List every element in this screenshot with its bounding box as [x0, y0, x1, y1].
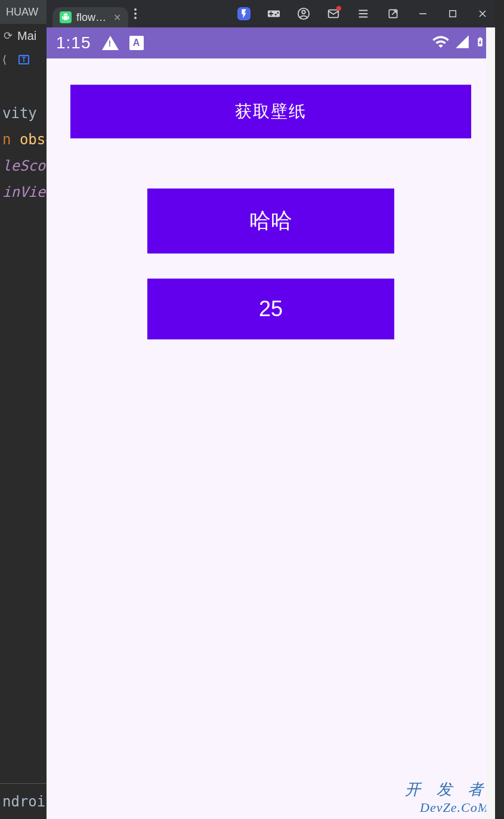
ime-indicator-icon: A: [129, 36, 144, 50]
emulator-tab[interactable]: flow… ✕: [52, 7, 128, 27]
wifi-icon: [432, 33, 450, 53]
watermark: 开 发 者 DevZe.CoM: [405, 779, 489, 815]
account-icon[interactable]: [297, 7, 310, 20]
code-line-3: leSco: [2, 157, 45, 174]
svg-point-1: [302, 11, 305, 14]
launch-external-icon[interactable]: [386, 7, 400, 20]
text-display-2: 25: [147, 279, 394, 339]
signal-icon: [454, 34, 470, 52]
text-tool-icon[interactable]: T: [18, 55, 29, 64]
text-display-1: 哈哈: [147, 188, 394, 254]
mail-icon[interactable]: [327, 7, 340, 20]
titlebar-actions: [237, 7, 489, 20]
code-line-1: vity: [2, 105, 37, 122]
warning-icon: [102, 36, 119, 50]
tab-close-icon[interactable]: ✕: [113, 12, 121, 23]
ide-left-panel: HUAW ⟳ Mai ⟨ T vity n obse leSco inView …: [0, 0, 47, 819]
svg-rect-4: [450, 11, 456, 17]
minimize-icon[interactable]: [416, 7, 429, 20]
emulator-tab-title: flow…: [76, 11, 106, 24]
ide-device-tab[interactable]: HUAW: [0, 0, 47, 24]
ide-device-tab-label: HUAW: [6, 6, 38, 18]
bolt-icon[interactable]: [237, 7, 251, 20]
ide-code-snippet: vity n obse leSco inView: [0, 72, 47, 234]
kebab-menu-icon[interactable]: [134, 8, 137, 19]
right-nav-strip: 按 加 减 全 酯 多 安 设 更: [486, 27, 495, 819]
status-time: 1:15: [56, 33, 91, 52]
watermark-line2: DevZe.CoM: [405, 800, 489, 815]
menu-icon[interactable]: [357, 7, 370, 20]
android-status-bar: 1:15 A: [47, 27, 495, 58]
app-content: 获取壁纸 哈哈 25: [47, 58, 495, 819]
watermark-line1: 开 发 者: [405, 779, 489, 800]
back-icon[interactable]: ⟨: [2, 53, 7, 66]
android-icon: [60, 11, 72, 23]
ide-file-tab-row: ⟳ Mai: [0, 24, 47, 48]
gamepad-icon[interactable]: [267, 7, 280, 20]
battery-icon: [475, 33, 486, 53]
get-wallpaper-button[interactable]: 获取壁纸: [70, 85, 471, 138]
ide-file-tab-label[interactable]: Mai: [17, 29, 36, 43]
code-line-4: inView: [2, 184, 47, 200]
window-titlebar: flow… ✕: [47, 0, 495, 27]
ide-bottom-label: ndroi: [0, 783, 47, 819]
maximize-icon[interactable]: [446, 7, 459, 20]
close-icon[interactable]: [476, 7, 489, 20]
emulator-window: flow… ✕: [47, 0, 495, 819]
code-line-2: n obse: [2, 131, 47, 148]
refresh-icon[interactable]: ⟳: [4, 29, 13, 42]
phone-screen: 1:15 A 获取壁纸 哈哈 25 开 发: [47, 27, 495, 819]
